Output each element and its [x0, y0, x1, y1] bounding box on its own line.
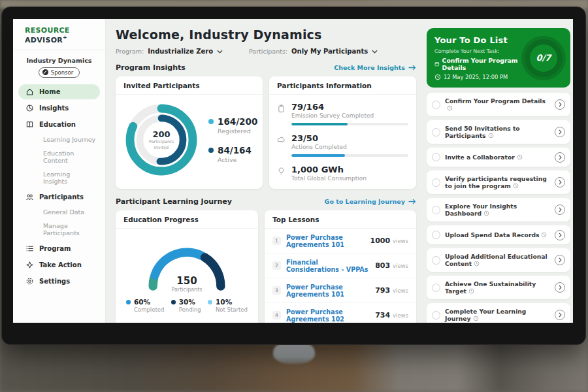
task-chevron-button[interactable] — [555, 99, 565, 110]
clock-icon — [488, 133, 494, 139]
views-suffix: views — [393, 263, 408, 269]
program-label: Program: — [116, 48, 144, 55]
task-row[interactable]: Confirm Your Program Details — [427, 93, 570, 116]
task-row[interactable]: Upload Additional Educational Content — [427, 248, 570, 272]
chevron-right-icon — [559, 257, 562, 263]
app-logo: RESOURCE ADVISOR+ — [13, 26, 105, 50]
lesson-link[interactable]: Power Purchase Agreements 102 — [286, 308, 370, 323]
sidebar-item-participants[interactable]: Participants — [18, 189, 100, 204]
sidebar-item-insights[interactable]: Insights — [18, 101, 100, 116]
task-checkbox[interactable] — [432, 284, 440, 292]
check-more-insights-link[interactable]: Check More Insights — [334, 64, 416, 71]
stat-label: Emission Survey Completed — [291, 112, 408, 119]
donut-center-label: Participants Invited — [145, 139, 178, 150]
gauge-center-label: Participants — [131, 287, 242, 293]
sidebar-item-label: Home — [39, 88, 60, 95]
sidebar-item-education-content[interactable]: Education Content — [18, 147, 100, 167]
lesson-row[interactable]: 3 Power Purchase Agreements 101 793 view… — [265, 278, 416, 303]
participants-information-card: Participants Information 79/164 Emission… — [269, 76, 416, 189]
lesson-link[interactable]: Power Purchase Agreements 101 — [286, 234, 365, 248]
task-checkbox[interactable] — [432, 178, 440, 187]
dashboard-screen: RESOURCE ADVISOR+ Industry Dynamics Spon… — [13, 19, 573, 323]
task-chevron-button[interactable] — [555, 152, 565, 163]
sidebar-item-program[interactable]: Program — [18, 241, 100, 256]
arrow-right-icon — [408, 199, 416, 204]
task-checkbox[interactable] — [432, 128, 440, 137]
task-label: Explore Your Insights Dashboard — [445, 203, 517, 218]
stat-emission-survey: 79/164 Emission Survey Completed — [277, 99, 408, 130]
go-to-learning-journey-link[interactable]: Go to Learning Journey — [325, 198, 416, 205]
lesson-link[interactable]: Power Purchase Agreements 101 — [286, 284, 370, 298]
logo-plus: + — [63, 35, 67, 41]
legend-label: Active — [218, 156, 257, 163]
task-row[interactable]: Upload Spend Data Records — [427, 225, 570, 244]
learning-journey-header: Participant Learning Journey Go to Learn… — [116, 197, 416, 206]
sponsor-icon — [42, 69, 48, 75]
task-label: Achieve One Sustainability Target — [445, 280, 536, 295]
task-checkbox[interactable] — [432, 206, 440, 214]
top-lessons-card: Top Lessons 1 Power Purchase Agreements … — [265, 210, 416, 323]
task-chevron-button[interactable] — [555, 310, 565, 320]
chevron-right-icon — [559, 129, 562, 135]
progress-fill — [291, 154, 345, 157]
task-label: Upload Additional Educational Content — [445, 253, 547, 268]
sidebar: RESOURCE ADVISOR+ Industry Dynamics Spon… — [13, 19, 106, 323]
task-checkbox[interactable] — [432, 231, 440, 239]
sidebar-item-settings[interactable]: Settings — [18, 274, 100, 289]
task-row[interactable]: Send 50 Invitations to Participants — [427, 120, 570, 144]
task-list: Confirm Your Program Details Send 50 Inv… — [427, 93, 570, 323]
legend-completed: 60% Completed — [126, 298, 164, 313]
lesson-row[interactable]: 4 Power Purchase Agreements 102 734 view… — [265, 303, 416, 323]
task-row[interactable]: Verify participants requesting to join t… — [427, 171, 570, 194]
sidebar-item-learning-journey[interactable]: Learning Journey — [18, 133, 100, 146]
sidebar-item-education[interactable]: Education — [18, 117, 100, 132]
participants-dropdown[interactable]: Participants: Only My Participants — [249, 48, 378, 55]
task-chevron-button[interactable] — [555, 127, 565, 137]
sidebar-item-learning-insights[interactable]: Learning Insights — [18, 168, 100, 188]
sidebar-item-label: Settings — [39, 278, 70, 285]
sidebar-item-home[interactable]: Home — [18, 84, 100, 99]
task-checkbox[interactable] — [432, 256, 440, 265]
donut-center-value: 200 — [152, 129, 170, 139]
sponsor-badge[interactable]: Sponsor — [39, 67, 80, 78]
lesson-row[interactable]: 2 Financial Considerations - VPPAs 803 v… — [265, 253, 416, 278]
task-chevron-button[interactable] — [555, 177, 565, 188]
legend-dot — [208, 300, 212, 304]
task-row[interactable]: Invite a Collaborator — [427, 148, 570, 167]
task-chevron-button[interactable] — [555, 282, 565, 293]
task-chevron-button[interactable] — [555, 230, 565, 240]
sidebar-item-general-data[interactable]: General Data — [18, 206, 100, 219]
book-icon — [25, 120, 34, 129]
lesson-row[interactable]: 1 Power Purchase Agreements 101 1000 vie… — [265, 229, 416, 253]
task-chevron-button[interactable] — [555, 204, 565, 215]
todo-subtitle: Complete Your Next Task: — [434, 48, 519, 54]
clock-icon — [474, 261, 480, 267]
task-label: Confirm Your Program Details — [445, 97, 546, 105]
info-body: 79/164 Emission Survey Completed 23/50 A… — [269, 95, 416, 189]
clock-icon — [473, 316, 479, 321]
task-checkbox[interactable] — [432, 311, 440, 319]
chevron-down-icon — [217, 50, 223, 54]
task-checkbox[interactable] — [432, 153, 440, 161]
legend-pending: 30% Pending — [171, 298, 201, 313]
gear-icon — [25, 277, 34, 286]
card-title: Participants Information — [269, 76, 416, 95]
legend-label: Registered — [218, 127, 257, 135]
lesson-views: 803 — [375, 261, 390, 270]
stat-value: 23/50 — [291, 133, 408, 143]
chevron-down-icon — [372, 50, 378, 54]
page-title: Welcome, Industry Dynamics — [116, 27, 416, 42]
task-chevron-button[interactable] — [555, 255, 565, 265]
sidebar-item-take-action[interactable]: Take Action — [18, 257, 100, 272]
task-row[interactable]: Explore Your Insights Dashboard — [427, 198, 570, 221]
participants-icon — [25, 193, 34, 201]
sidebar-item-manage-participants[interactable]: Manage Participants — [18, 220, 100, 240]
legend-active: 84/164 Active — [208, 145, 257, 163]
donut-center: 200 Participants Invited — [120, 98, 203, 182]
task-checkbox[interactable] — [432, 101, 440, 109]
task-row[interactable]: Complete Your Learning Journey — [427, 303, 570, 323]
todo-next-task[interactable]: Confirm Your Program Details — [434, 57, 519, 71]
task-row[interactable]: Achieve One Sustainability Target — [427, 276, 570, 299]
program-dropdown[interactable]: Program: Industrialize Zero — [116, 48, 223, 55]
lesson-link[interactable]: Financial Considerations - VPPAs — [286, 259, 370, 273]
